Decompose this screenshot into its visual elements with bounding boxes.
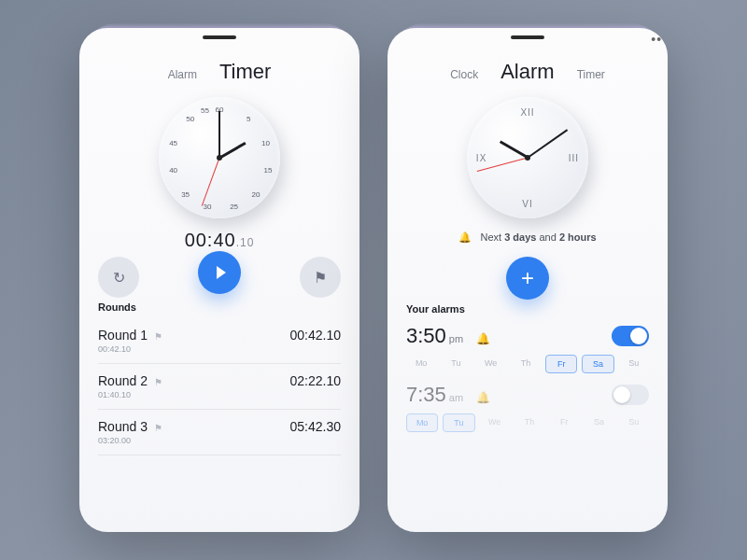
play-icon	[217, 266, 226, 279]
notch	[511, 35, 544, 39]
dial-45: 45	[169, 139, 177, 147]
day-fr[interactable]: Fr	[549, 413, 579, 432]
hour-hand	[218, 142, 246, 159]
alarm-screen: ••• Clock Alarm Timer XII III VI IX 🔔 Ne…	[388, 28, 668, 532]
tab-timer[interactable]: Timer	[219, 60, 271, 84]
day-th[interactable]: Th	[514, 413, 544, 432]
dial-15: 15	[264, 166, 273, 175]
more-icon[interactable]: •••	[651, 32, 668, 47]
dial-10: 10	[261, 139, 270, 147]
rounds-heading: Rounds	[98, 301, 341, 313]
alarm-toggle[interactable]	[612, 385, 649, 405]
center-pin	[217, 155, 222, 161]
dial-40: 40	[169, 166, 177, 175]
timer-readout: 00:40.10	[98, 230, 341, 251]
day-su[interactable]: Su	[619, 413, 649, 432]
analog-clock: XII III VI IX	[467, 97, 588, 218]
flag-icon: ⚑	[151, 377, 162, 387]
day-picker: Mo Tu We Th Fr Sa Su	[406, 413, 649, 432]
reset-button[interactable]: ↻	[98, 257, 139, 298]
tab-alarm[interactable]: Alarm	[500, 60, 554, 84]
minute-hand	[527, 129, 568, 158]
roman-9: IX	[476, 153, 486, 163]
dial-20: 20	[252, 190, 261, 199]
alarms-heading: Your alarms	[406, 303, 649, 315]
timer-dial: 60 5 10 15 20 25 30 35 40 45 50 55	[159, 97, 280, 218]
dial-30: 30	[204, 203, 212, 211]
alarm-time: 7:35am 🔔	[406, 383, 490, 407]
roman-3: III	[569, 153, 579, 163]
timer-screen: Alarm Timer 60 5 10 15 20 25 30 35 40 45…	[79, 28, 359, 532]
day-sa[interactable]: Sa	[582, 355, 613, 373]
lap-button[interactable]: ⚑	[300, 257, 341, 298]
tab-alarm[interactable]: Alarm	[168, 68, 197, 81]
roman-12: XII	[520, 106, 534, 117]
play-button[interactable]	[198, 251, 241, 294]
flag-icon: ⚑	[151, 423, 162, 433]
add-alarm-button[interactable]: +	[506, 257, 549, 300]
tab-timer[interactable]: Timer	[577, 68, 605, 81]
alarm-item[interactable]: 7:35am 🔔 Mo Tu We Th Fr Sa Su	[406, 383, 649, 432]
center-pin	[525, 155, 530, 161]
round-row[interactable]: Round 2 ⚑ 01:40.10 02:22.10	[98, 364, 341, 410]
alarm-time: 3:50pm 🔔	[406, 324, 490, 348]
bell-icon: 🔔	[458, 231, 472, 243]
dial-35: 35	[181, 190, 190, 199]
hour-hand	[500, 141, 529, 159]
alarm-toggle[interactable]	[612, 326, 649, 346]
flag-icon: ⚑	[151, 331, 162, 342]
round-row[interactable]: Round 3 ⚑ 03:20.00 05:42.30	[98, 410, 341, 455]
alarm-item[interactable]: 3:50pm 🔔 Mo Tu We Th Fr Sa Su	[406, 324, 649, 373]
roman-6: VI	[522, 199, 532, 209]
bell-icon: 🔔	[476, 332, 490, 345]
plus-icon: +	[521, 265, 534, 291]
day-th[interactable]: Th	[511, 355, 541, 373]
day-fr[interactable]: Fr	[545, 355, 577, 373]
day-mo[interactable]: Mo	[406, 413, 438, 432]
minute-hand	[218, 111, 220, 158]
day-sa[interactable]: Sa	[584, 413, 613, 432]
next-alarm-text: 🔔 Next 3 days and 2 hours	[406, 231, 649, 244]
dial-55: 55	[201, 106, 209, 115]
day-su[interactable]: Su	[619, 355, 649, 373]
dial-50: 50	[186, 115, 194, 123]
day-tu[interactable]: Tu	[441, 355, 471, 373]
dial-25: 25	[230, 203, 238, 211]
tab-clock[interactable]: Clock	[450, 68, 478, 81]
rounds-list: Round 1 ⚑ 00:42.10 00:42.10 Round 2 ⚑ 01…	[98, 318, 341, 517]
day-we[interactable]: We	[476, 355, 506, 373]
day-mo[interactable]: Mo	[406, 355, 436, 373]
day-picker: Mo Tu We Th Fr Sa Su	[406, 355, 649, 373]
bell-icon: 🔔	[476, 391, 490, 404]
dial-5: 5	[247, 115, 250, 123]
day-tu[interactable]: Tu	[443, 413, 474, 432]
day-we[interactable]: We	[480, 413, 510, 432]
reset-icon: ↻	[113, 269, 125, 287]
notch	[203, 35, 236, 39]
round-row[interactable]: Round 1 ⚑ 00:42.10 00:42.10	[98, 318, 341, 364]
second-hand	[202, 158, 220, 206]
lap-icon: ⚑	[314, 269, 327, 287]
